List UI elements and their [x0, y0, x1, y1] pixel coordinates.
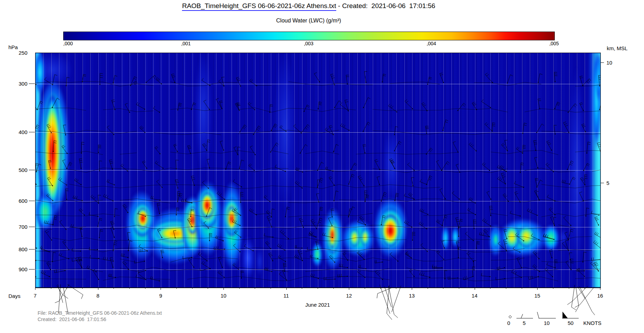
pressure-tick — [29, 201, 35, 201]
pressure-tick-label: 600 — [8, 198, 27, 204]
km-tick-label: 10 — [606, 60, 620, 66]
title-created: - Created: 2021-06-06 17:01:56 — [336, 2, 435, 9]
pressure-tick-label: 500 — [8, 167, 27, 173]
colorbar-title: Cloud Water (LWC) (g/m³) — [63, 18, 554, 24]
pressure-tick-label: 300 — [8, 81, 27, 87]
colorbar-tick-label: ,004 — [421, 41, 442, 46]
wind-barbs-layer — [35, 53, 600, 287]
km-tick-label: 5 — [606, 180, 620, 186]
colorbar-tick-label: ,001 — [175, 41, 196, 46]
pressure-tick — [29, 132, 35, 132]
raob-timeheight-chart: RAOB_TimeHeight_GFS 06-06-2021-06z Athen… — [0, 0, 644, 333]
pressure-tick-label: 900 — [8, 266, 27, 272]
plot-area — [35, 53, 601, 288]
pressure-tick — [29, 227, 35, 227]
colorbar-tick-label: ,000 — [63, 41, 84, 46]
colorbar — [63, 32, 555, 40]
pressure-tick — [29, 269, 35, 269]
left-axis-title: hPa — [8, 44, 18, 50]
km-tick — [600, 62, 604, 63]
pressure-tick — [29, 170, 35, 170]
pressure-tick — [29, 84, 35, 84]
colorbar-tick-label: ,005 — [544, 41, 565, 46]
pressure-tick-label: 400 — [8, 129, 27, 135]
pressure-tick-label: 800 — [8, 246, 27, 252]
km-tick — [600, 183, 604, 183]
title-filename: RAOB_TimeHeight_GFS 06-06-2021-06z Athen… — [182, 2, 336, 11]
pressure-tick-label: 700 — [8, 224, 27, 230]
colorbar-tick-label: ,003 — [298, 41, 319, 46]
pressure-tick-label: 250 — [8, 50, 27, 56]
right-axis-title: km, MSL — [607, 45, 627, 51]
pressure-tick — [29, 249, 35, 249]
stray-wind-barbs — [0, 284, 644, 333]
chart-title: RAOB_TimeHeight_GFS 06-06-2021-06z Athen… — [63, 2, 554, 10]
